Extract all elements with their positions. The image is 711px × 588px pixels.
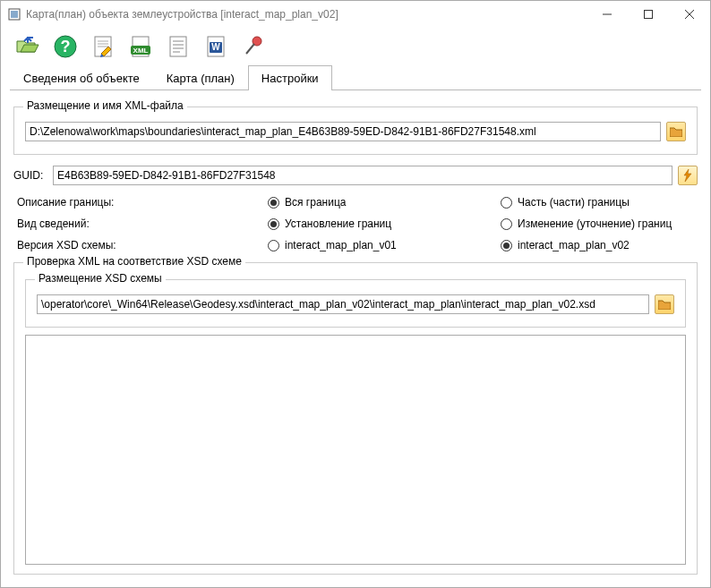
svg-rect-3 — [645, 11, 653, 19]
info-type-label: Вид сведений: — [17, 217, 268, 230]
xsd-path-title: Размещение XSD схемы — [35, 272, 166, 285]
tab-map-plan[interactable]: Карта (план) — [153, 65, 248, 90]
titlebar-text: Карта(план) объекта землеустройства [int… — [26, 8, 587, 21]
xml-path-input[interactable] — [25, 122, 661, 141]
xsd-path-input[interactable] — [37, 294, 649, 314]
generate-guid-button[interactable] — [678, 166, 698, 185]
maximize-button[interactable] — [628, 1, 669, 28]
content: Размещение и имя XML-файла GUID: Описани… — [1, 90, 710, 587]
close-button[interactable] — [669, 1, 710, 28]
radio-establish[interactable]: Установление границ — [268, 217, 501, 230]
tab-object-info[interactable]: Сведения об объекте — [10, 65, 153, 90]
browse-xml-button[interactable] — [666, 122, 686, 141]
guid-label: GUID: — [13, 169, 47, 182]
radio-icon — [501, 197, 512, 209]
app-icon — [8, 8, 21, 21]
toolbar: ? XML W — [1, 28, 710, 65]
radio-change[interactable]: Изменение (уточнение) границ — [501, 217, 694, 230]
svg-marker-29 — [684, 169, 691, 182]
help-button[interactable]: ? — [49, 30, 81, 63]
radio-part-boundary[interactable]: Часть (части) границы — [501, 196, 694, 209]
xsd-check-group: Проверка XML на соответствие XSD схеме Р… — [13, 262, 698, 575]
boundary-label: Описание границы: — [17, 196, 268, 209]
svg-text:W: W — [211, 42, 220, 52]
radio-v01[interactable]: interact_map_plan_v01 — [268, 239, 501, 251]
text-doc-button[interactable] — [162, 30, 194, 63]
xsd-check-title: Проверка XML на соответствие XSD схеме — [23, 255, 245, 268]
open-button[interactable] — [12, 30, 44, 63]
xml-group-title: Размещение и имя XML-файла — [23, 99, 187, 112]
svg-rect-1 — [11, 11, 18, 18]
xsd-version-label: Версия XSD схемы: — [17, 239, 268, 251]
radio-icon — [268, 240, 279, 251]
svg-rect-19 — [170, 37, 186, 56]
word-button[interactable]: W — [200, 30, 232, 63]
window: Карта(план) объекта землеустройства [int… — [0, 0, 711, 588]
titlebar: Карта(план) объекта землеустройства [int… — [1, 1, 710, 28]
edit-doc-button[interactable] — [87, 30, 119, 63]
options-grid: Описание границы: Вся граница Часть (час… — [17, 196, 694, 251]
xml-button[interactable]: XML — [124, 30, 157, 63]
svg-text:?: ? — [61, 38, 71, 55]
svg-line-28 — [246, 44, 254, 54]
browse-xsd-button[interactable] — [655, 294, 674, 314]
radio-selected-icon — [501, 240, 512, 251]
minimize-button[interactable] — [587, 1, 628, 28]
radio-all-boundary[interactable]: Вся граница — [268, 196, 501, 209]
tab-settings[interactable]: Настройки — [248, 65, 332, 90]
radio-selected-icon — [268, 197, 279, 209]
tab-row: Сведения об объекте Карта (план) Настрой… — [1, 65, 710, 90]
xml-file-group: Размещение и имя XML-файла — [13, 107, 698, 155]
svg-marker-7 — [21, 45, 39, 52]
svg-text:XML: XML — [133, 47, 149, 55]
guid-input[interactable] — [53, 166, 672, 185]
radio-icon — [501, 218, 512, 230]
xsd-path-group: Размещение XSD схемы — [25, 279, 686, 328]
pin-button[interactable] — [237, 30, 270, 63]
window-controls — [587, 1, 710, 28]
radio-v02[interactable]: interact_map_plan_v02 — [501, 239, 694, 251]
validation-log[interactable] — [25, 335, 686, 565]
radio-selected-icon — [268, 218, 279, 230]
